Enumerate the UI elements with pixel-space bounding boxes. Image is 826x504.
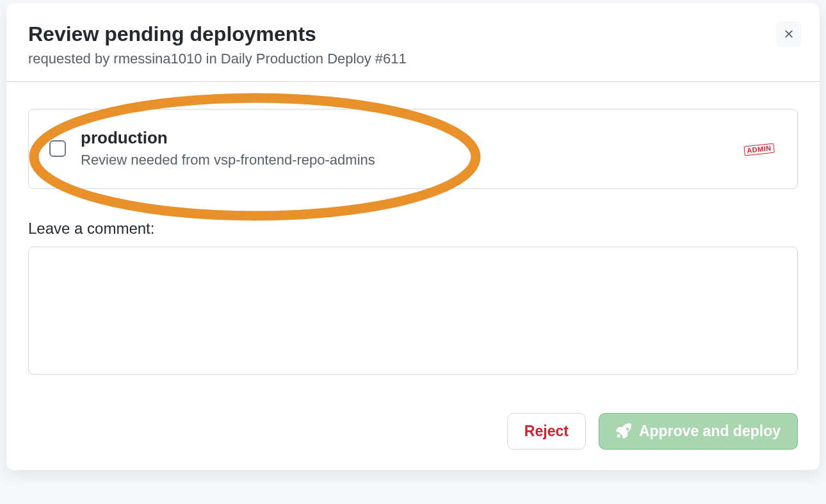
reject-button[interactable]: Reject: [507, 413, 586, 450]
environment-name: production: [81, 127, 731, 149]
environment-section: production Review needed from vsp-fronte…: [28, 109, 798, 189]
approve-button-label: Approve and deploy: [639, 423, 781, 441]
subtitle-mid: in: [202, 51, 221, 67]
close-button[interactable]: [776, 21, 802, 47]
approve-deploy-button[interactable]: Approve and deploy: [599, 413, 798, 450]
dialog-title: Review pending deployments: [28, 21, 798, 47]
environment-text: production Review needed from vsp-fronte…: [81, 127, 731, 170]
subtitle-prefix: requested by: [28, 51, 113, 67]
review-team: vsp-frontend-repo-admins: [214, 152, 375, 168]
workflow-name: Daily Production Deploy #611: [221, 51, 407, 67]
reject-button-label: Reject: [524, 423, 569, 441]
environment-checkbox[interactable]: [49, 140, 66, 157]
dialog-actions: Reject Approve and deploy: [28, 413, 798, 453]
comment-textarea[interactable]: [28, 247, 798, 375]
comment-label: Leave a comment:: [28, 220, 798, 238]
dialog-subtitle: requested by rmessina1010 in Daily Produ…: [28, 51, 798, 67]
review-deployments-dialog: Review pending deployments requested by …: [6, 3, 820, 470]
review-prefix: Review needed from: [81, 152, 214, 168]
requester-name: rmessina1010: [113, 51, 202, 67]
dialog-header: Review pending deployments requested by …: [6, 3, 820, 82]
rocket-icon: [616, 423, 631, 439]
close-icon: [782, 28, 795, 40]
admin-badge: ADMIN: [744, 142, 775, 156]
environment-review-line: Review needed from vsp-frontend-repo-adm…: [81, 150, 731, 170]
admin-badge-text: ADMIN: [744, 143, 775, 156]
dialog-body: production Review needed from vsp-fronte…: [6, 82, 820, 470]
environment-item[interactable]: production Review needed from vsp-fronte…: [28, 109, 798, 189]
